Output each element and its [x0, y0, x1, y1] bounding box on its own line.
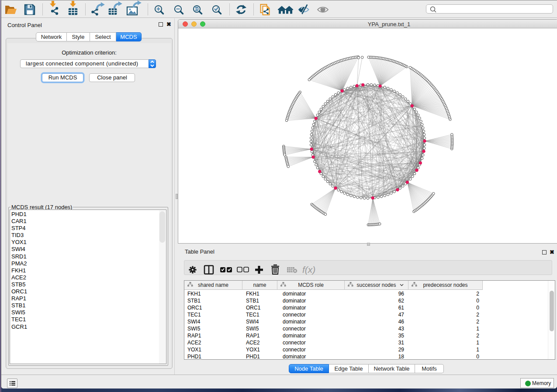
- svg-text:f(x): f(x): [302, 265, 315, 275]
